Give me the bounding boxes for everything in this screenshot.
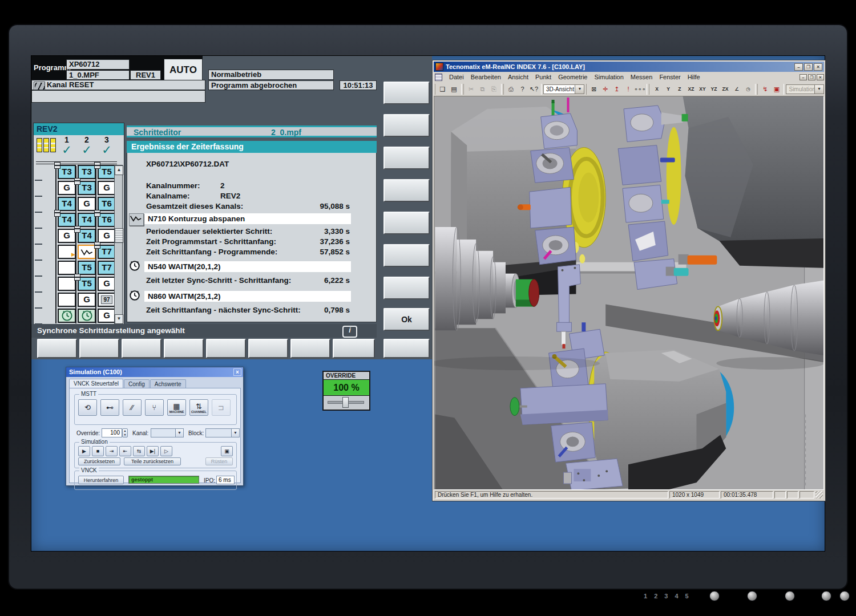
marker-icon[interactable]: ! [623, 84, 633, 95]
scroll-down-icon[interactable]: ▼ [115, 314, 123, 324]
monitor-auto-button[interactable] [839, 591, 850, 601]
cycle-start-icon[interactable]: ⟲ [78, 399, 97, 416]
softkey-corner[interactable] [383, 339, 430, 358]
softkey-h7[interactable] [290, 339, 330, 358]
step-cell[interactable]: T6 [98, 213, 116, 227]
wait-clock-cell[interactable] [58, 309, 76, 323]
block-end-icon[interactable]: ⊐ [212, 399, 231, 416]
step-cell[interactable]: T7 [98, 261, 116, 275]
3d-viewport[interactable] [434, 96, 824, 490]
view-angle-icon[interactable]: ∠ [731, 84, 742, 95]
sync-step-row[interactable]: N540 WAITM(20,1,2) [144, 261, 351, 272]
softkey-v1[interactable] [383, 82, 430, 104]
softkey-h4[interactable] [164, 339, 204, 358]
step-cell[interactable] [58, 293, 76, 307]
menu-ansicht[interactable]: Ansicht [504, 73, 532, 81]
feed-override-icon[interactable]: ∕∕ [123, 399, 142, 416]
context-help-icon[interactable]: ↖? [528, 84, 539, 95]
softkey-v3[interactable] [383, 147, 430, 169]
menu-punkt[interactable]: Punkt [532, 73, 555, 81]
single-block-icon[interactable]: ⑂ [145, 399, 164, 416]
step-cell[interactable]: T5 [98, 165, 116, 179]
softkey-v5[interactable] [383, 212, 430, 234]
run-person-icon[interactable]: ↯ [760, 84, 770, 95]
stop-icon[interactable]: ■ [92, 446, 104, 456]
play-icon[interactable]: ▶ [78, 446, 90, 456]
menu-messen[interactable]: Messen [627, 73, 656, 81]
selected-contour-cell[interactable]: ▶ [78, 245, 96, 259]
softkey-h8[interactable] [333, 339, 375, 358]
step-cell[interactable]: T4 [58, 197, 76, 211]
save-icon[interactable]: ▤ [449, 84, 459, 95]
menu-datei[interactable]: Datei [446, 73, 467, 81]
step-cell[interactable]: T6 [98, 197, 116, 211]
close-icon[interactable]: ✕ [814, 63, 822, 71]
machine-icon[interactable]: ▦MACHINE [167, 399, 186, 416]
resize-grip[interactable] [815, 491, 823, 499]
step-cell[interactable]: G [58, 181, 76, 195]
view-xz-icon[interactable]: XZ [685, 84, 696, 95]
output-window-icon[interactable]: ▣ [221, 446, 233, 456]
chevron-down-icon[interactable]: ▼ [814, 85, 823, 94]
new-file-icon[interactable]: ❑ [437, 84, 448, 95]
softkey-h2[interactable] [79, 339, 119, 358]
menu-hilfe[interactable]: Hilfe [684, 73, 704, 81]
step-cell[interactable]: T3 [58, 165, 76, 179]
reset-button[interactable]: Zurücksetzen [78, 457, 120, 465]
copy-icon[interactable]: ⧉ [477, 84, 488, 95]
video-icon[interactable]: ▣ [771, 84, 782, 95]
step-cell[interactable]: G [98, 181, 116, 195]
monitor-menu-button[interactable] [709, 591, 720, 601]
step-cell[interactable]: G [58, 229, 76, 243]
ruesten-button[interactable]: Rüsten [205, 457, 233, 465]
spinner-arrows-icon[interactable]: ▲▼ [122, 428, 128, 437]
step-cell[interactable]: G [98, 229, 116, 243]
step-into-icon[interactable]: ⇤ [119, 446, 131, 456]
window-titlebar[interactable]: Tecnomatix eM-RealNC INDEX 7.6 - [C100.L… [434, 62, 824, 72]
view-z-icon[interactable]: Z [674, 84, 685, 95]
play-to-end-icon[interactable]: ▶| [147, 446, 159, 456]
print-icon[interactable]: ⎙ [506, 84, 516, 95]
selected-step-row[interactable]: N710 Konturzug abspanen [144, 213, 351, 224]
menu-bearbeiten[interactable]: Bearbeiten [467, 73, 504, 81]
view-rotate-icon[interactable]: ◷ [742, 84, 753, 95]
softkey-h3[interactable] [122, 339, 161, 358]
step-cell[interactable]: T4 [78, 213, 96, 227]
kanal-combobox[interactable]: ▼ [151, 428, 184, 437]
step-cell[interactable]: G [78, 293, 96, 307]
paste-icon[interactable]: ⎘ [488, 84, 499, 95]
ipo-field[interactable]: 6 ms [216, 476, 235, 484]
step-cell[interactable]: T3 [78, 181, 96, 195]
softkey-v7[interactable] [383, 277, 430, 299]
shutdown-button[interactable]: Herunterfahren [78, 476, 124, 484]
cut-icon[interactable]: ✂ [466, 84, 477, 95]
minimize-icon[interactable]: – [794, 63, 803, 71]
view-x-icon[interactable]: X [651, 84, 662, 95]
view-xy-icon[interactable]: XY [697, 84, 708, 95]
softkey-h1[interactable] [37, 339, 77, 358]
monitor-plus-button[interactable] [821, 591, 831, 601]
step-cell[interactable]: T7 [98, 245, 116, 259]
step-cell[interactable]: T4 [78, 229, 96, 243]
rev2-scrollbar[interactable]: ▲ ▼ [114, 165, 123, 325]
chevron-down-icon[interactable]: ▼ [175, 429, 183, 437]
points-icon[interactable]: ∘∘∘ [634, 84, 645, 95]
softkey-h5[interactable] [206, 339, 246, 358]
view-y-icon[interactable]: Y [663, 84, 673, 95]
menu-geometrie[interactable]: Geometrie [555, 73, 591, 81]
softkey-v6[interactable] [383, 244, 430, 267]
wait-clock-cell[interactable] [78, 309, 96, 323]
scroll-up-icon[interactable]: ▲ [115, 165, 123, 175]
sync-step-row[interactable]: N860 WAITM(25,1,2) [144, 291, 351, 302]
help-icon[interactable]: ? [517, 84, 528, 95]
scrollbar-thumb[interactable] [115, 228, 123, 243]
step-cell[interactable]: G [78, 197, 96, 211]
close-icon[interactable]: × [233, 368, 241, 376]
step-cell[interactable]: 97 [98, 293, 116, 307]
chevron-down-icon[interactable]: ▼ [231, 429, 239, 437]
probe-icon[interactable]: ↥ [611, 84, 622, 95]
ok-button[interactable]: Ok [383, 308, 430, 331]
softkey-h6[interactable] [248, 339, 288, 358]
menu-simulation[interactable]: Simulation [591, 73, 627, 81]
simulation-combobox[interactable]: Simulation ▼ [786, 84, 824, 94]
